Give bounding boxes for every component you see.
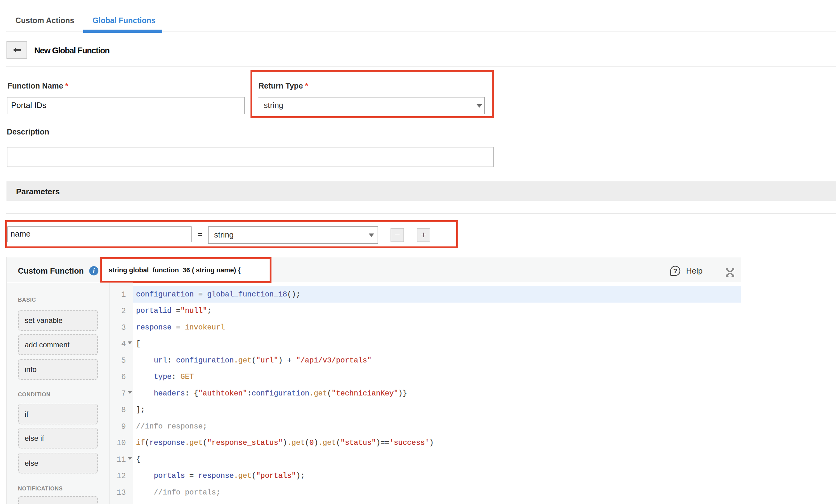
svg-text:?: ? [673, 267, 677, 275]
